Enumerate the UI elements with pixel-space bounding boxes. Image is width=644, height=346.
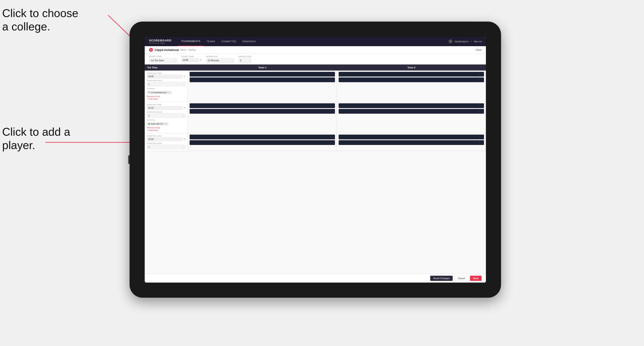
clock-icon-2: ⏱ <box>183 107 186 109</box>
team2-panel-2: × ⌄ × ⌄ <box>337 102 486 133</box>
clock-icon-1: ⏱ <box>183 75 186 78</box>
tablet-frame: SCOREBOARD Powered by clippd TOURNAMENTS… <box>130 21 501 298</box>
course-name-1: (A) Peachtree GC <box>151 91 166 94</box>
sub-header: C Clippd Invitational (Men) Hosting ‹ Ba… <box>145 46 486 54</box>
intervals-select[interactable]: 10 Minutes <box>206 58 234 63</box>
course-edit-2[interactable]: ⌄ <box>166 123 167 125</box>
player-slot-t1g3s1[interactable]: × ⌄ <box>190 135 335 139</box>
slot-chevron-icon[interactable]: ⌄ <box>481 136 483 138</box>
add-group-1[interactable]: + Add Group <box>147 98 186 100</box>
event-title: Clippd Invitational <box>155 48 179 52</box>
starting-hole-label-1: STARTING HOLE: <box>147 80 186 82</box>
player-slot-t2g3s1[interactable]: × ⌄ <box>339 135 484 139</box>
nav-tab-rankings[interactable]: RANKINGS <box>240 37 259 46</box>
nav-tab-committee[interactable]: COMMITTEE <box>218 37 240 46</box>
starting-hole-select-wrapper-2: 1 <box>147 114 186 118</box>
player-slot-t2g1s2[interactable]: × ⌄ <box>339 77 484 82</box>
slot-chevron-icon[interactable]: ⌄ <box>332 142 334 144</box>
cancel-button[interactable]: Cancel <box>454 276 468 281</box>
clock-icon: ⏱ <box>200 59 202 61</box>
table-header: Tee Time Team 1 Team 2 <box>145 64 486 71</box>
nav-logo-text: SCOREBOARD <box>149 39 172 42</box>
slot-x-icon[interactable]: × <box>479 136 480 138</box>
nav-tab-tournaments[interactable]: TOURNAMENTS <box>178 37 204 46</box>
start-time-label: Start Time <box>182 55 202 58</box>
slot-chevron-icon[interactable]: ⌄ <box>332 110 334 112</box>
player-slot-t2g2s1[interactable]: × ⌄ <box>339 103 484 108</box>
start-type-label: Start Type <box>149 55 177 58</box>
slot-chevron-icon[interactable]: ⌄ <box>481 73 483 75</box>
slot-chevron-icon[interactable]: ⌄ <box>481 105 483 107</box>
group-size-select[interactable]: 3 <box>238 58 252 63</box>
nav-avatar <box>448 39 452 43</box>
add-group-2[interactable]: + Add Group <box>147 129 186 131</box>
course-tag-2: 🌿 East Lake GC × ⌄ <box>147 122 168 125</box>
slot-x-icon[interactable]: × <box>330 105 331 107</box>
slot-x-icon[interactable]: × <box>479 142 480 144</box>
slot-x-icon[interactable]: × <box>330 79 331 81</box>
slot-x-icon[interactable]: × <box>330 73 331 75</box>
slot-chevron-icon[interactable]: ⌄ <box>332 79 334 81</box>
course-tag-1: 📍 (A) Peachtree GC × ⌄ <box>147 91 172 94</box>
team1-panel-1: × ⌄ × ⌄ <box>188 71 337 102</box>
starting-hole-select-wrapper-3: 1 <box>147 145 186 149</box>
group-row-2: STARTING TIME: ⏱ STARTING HOLE: 1 COURSE… <box>145 102 486 134</box>
starting-time-input-3[interactable] <box>147 137 182 141</box>
course-remove-1[interactable]: × <box>167 91 168 93</box>
slot-x-icon[interactable]: × <box>330 136 331 138</box>
left-panel-2: STARTING TIME: ⏱ STARTING HOLE: 1 COURSE… <box>145 102 188 133</box>
footer-bar: Reset Changes Cancel Save <box>145 274 486 283</box>
course-edit-1[interactable]: ⌄ <box>169 91 170 93</box>
starting-time-input-1[interactable] <box>147 75 182 78</box>
slot-x-icon[interactable]: × <box>479 110 480 112</box>
player-slot-t1g2s2[interactable]: × ⌄ <box>190 109 335 114</box>
reset-button[interactable]: Reset Changes <box>430 276 453 281</box>
remove-group-2[interactable]: Remove Group <box>147 127 186 129</box>
player-slot-t1g1s1[interactable]: × ⌄ <box>190 72 335 77</box>
nav-right: blair@clippd.io | Sign out <box>448 39 482 43</box>
intervals-label: Intervals <box>206 55 234 58</box>
left-panel-1: STARTING TIME: ⏱ STARTING HOLE: 1 COURSE… <box>145 71 188 102</box>
slot-x-icon[interactable]: × <box>330 142 331 144</box>
starting-time-input-2[interactable] <box>147 106 182 110</box>
player-slot-t1g3s2[interactable]: × ⌄ <box>190 140 335 145</box>
start-time-input[interactable] <box>182 58 199 62</box>
slot-x-icon[interactable]: × <box>479 105 480 107</box>
group-size-group: Group Size 3 <box>238 55 252 63</box>
remove-group-1[interactable]: Remove Group <box>147 95 186 98</box>
col-team2: Team 2 <box>337 64 486 71</box>
player-slot-t2g3s2[interactable]: × ⌄ <box>339 140 484 145</box>
slot-chevron-icon[interactable]: ⌄ <box>332 136 334 138</box>
starting-time-row-3: ⏱ <box>147 137 186 141</box>
slot-x-icon[interactable]: × <box>330 110 331 112</box>
player-slot-t2g2s2[interactable]: × ⌄ <box>339 109 484 114</box>
back-button[interactable]: ‹ Back <box>475 48 482 51</box>
slot-chevron-icon[interactable]: ⌄ <box>481 142 483 144</box>
start-type-select[interactable]: 1st Tee Start <box>149 58 177 63</box>
starting-hole-select-2[interactable]: 1 <box>147 114 186 118</box>
nav-tab-teams[interactable]: TEAMS <box>204 37 218 46</box>
action-links-1: Remove Group + Add Group <box>147 95 186 100</box>
nav-sign-out[interactable]: Sign out <box>474 40 482 43</box>
save-button[interactable]: Save <box>470 276 482 281</box>
nav-tabs: TOURNAMENTS TEAMS COMMITTEE RANKINGS <box>178 37 448 46</box>
slot-chevron-icon[interactable]: ⌄ <box>332 73 334 75</box>
course-remove-2[interactable]: × <box>164 123 165 125</box>
event-gender: (Men) <box>180 48 186 51</box>
course-label-1: COURSE: <box>147 88 186 90</box>
controls-row: Start Type 1st Tee Start Start Time ⏱ In… <box>145 54 486 64</box>
tablet-screen: SCOREBOARD Powered by clippd TOURNAMENTS… <box>145 37 486 283</box>
player-slot-t1g2s1[interactable]: × ⌄ <box>190 103 335 108</box>
slot-chevron-icon[interactable]: ⌄ <box>481 110 483 112</box>
player-slot-t2g1s1[interactable]: × ⌄ <box>339 72 484 77</box>
slot-x-icon[interactable]: × <box>479 79 480 81</box>
starting-hole-select-3[interactable]: 1 <box>147 145 186 149</box>
nav-logo-sub: Powered by clippd <box>149 42 172 44</box>
slot-chevron-icon[interactable]: ⌄ <box>481 79 483 81</box>
slot-chevron-icon[interactable]: ⌄ <box>332 105 334 107</box>
slot-x-icon[interactable]: × <box>479 73 480 75</box>
starting-hole-select-1[interactable]: 1 <box>147 82 186 86</box>
tablet-side-button <box>128 155 130 164</box>
nav-logo: SCOREBOARD Powered by clippd <box>149 39 172 44</box>
player-slot-t1g1s2[interactable]: × ⌄ <box>190 77 335 82</box>
